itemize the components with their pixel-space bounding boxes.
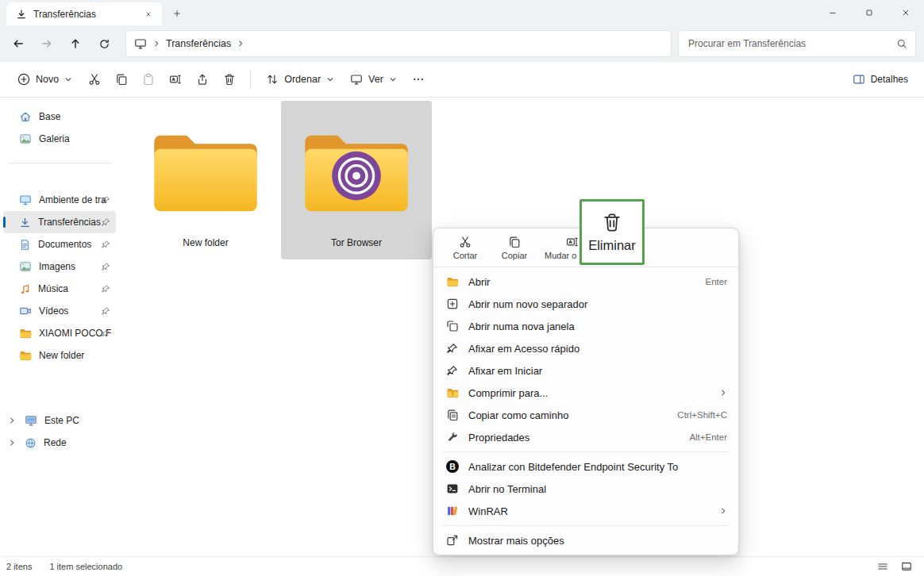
breadcrumb[interactable]: Transferências	[125, 30, 672, 57]
home-icon	[19, 110, 32, 123]
chevron-down-icon	[389, 75, 397, 83]
menu-item-shortcut: Ctrl+Shift+C	[677, 410, 727, 420]
details-view-icon[interactable]	[875, 559, 891, 574]
new-window-icon	[445, 320, 460, 332]
menu-item-abrir-no-terminal[interactable]: Abrir no Terminal	[437, 478, 735, 500]
gallery-icon	[19, 132, 32, 145]
tab-transferencias[interactable]: Transferências	[6, 2, 162, 25]
sort-button[interactable]: Ordenar	[259, 67, 341, 92]
file-tile-new-folder[interactable]: New folder	[130, 101, 281, 259]
pin-icon	[102, 329, 110, 338]
quick-action-cortar[interactable]: Cortar	[443, 236, 487, 260]
music-icon	[19, 283, 31, 295]
new-tab-button[interactable]	[167, 3, 187, 24]
sidebar-item-musica[interactable]: Música	[3, 278, 116, 300]
rename-button[interactable]	[163, 67, 188, 92]
tab-close-icon[interactable]	[141, 7, 156, 21]
sidebar-item-new-folder[interactable]: New folder	[3, 344, 116, 367]
sidebar-item-videos[interactable]: Vídeos	[3, 300, 116, 322]
back-button[interactable]	[5, 31, 32, 56]
quick-action-copiar[interactable]: Copiar	[492, 236, 537, 260]
forward-button[interactable]	[33, 31, 60, 56]
sidebar: Base Galeria Ambiente de tra	[0, 98, 119, 556]
toolbar-divider	[250, 71, 251, 88]
breadcrumb-location[interactable]: Transferências	[166, 38, 231, 49]
folder-icon	[445, 275, 460, 288]
paste-button[interactable]	[136, 67, 161, 92]
menu-item-label: Abrir numa nova janela	[468, 321, 727, 332]
refresh-button[interactable]	[90, 31, 117, 56]
up-button[interactable]	[62, 31, 89, 56]
sidebar-item-galeria[interactable]: Galeria	[3, 128, 116, 150]
command-toolbar: Novo Ordenar	[0, 62, 924, 98]
sidebar-item-base[interactable]: Base	[3, 106, 116, 128]
sidebar-item-rede[interactable]: Rede	[3, 432, 116, 454]
minimize-button[interactable]	[814, 0, 851, 25]
sidebar-item-documentos[interactable]: Documentos	[3, 233, 116, 255]
chevron-right-icon	[237, 40, 244, 48]
tor-browser-folder-icon	[297, 112, 416, 232]
new-button-label: Novo	[36, 74, 59, 85]
sidebar-item-label: Este PC	[44, 415, 79, 426]
quick-action-label: Cortar	[453, 251, 478, 260]
menu-item-abrir[interactable]: Abrir Enter	[437, 271, 735, 293]
sort-button-label: Ordenar	[284, 74, 321, 85]
details-button-label: Detalhes	[871, 74, 908, 85]
menu-item-abrir-nova-janela[interactable]: Abrir numa nova janela	[437, 315, 735, 337]
quick-action-eliminar[interactable]: Eliminar	[579, 199, 645, 265]
menu-separator	[443, 451, 729, 452]
close-button[interactable]	[887, 0, 924, 25]
sidebar-item-xiaomi-poco[interactable]: XIAOMI POCO F	[3, 322, 116, 344]
share-button[interactable]	[190, 67, 215, 92]
items-count: 2 itens	[6, 562, 32, 571]
sidebar-divider	[8, 163, 111, 163]
pin-icon	[102, 218, 110, 227]
large-icons-view-icon[interactable]	[899, 559, 914, 574]
search-icon	[896, 38, 907, 49]
menu-item-afixar-iniciar[interactable]: Afixar em Iniciar	[437, 359, 735, 382]
search-input[interactable]	[687, 37, 891, 50]
new-button[interactable]: Novo	[10, 67, 80, 92]
menu-item-afixar-acesso-rapido[interactable]: Afixar em Acesso rápido	[437, 337, 735, 359]
menu-item-bitdefender-scan[interactable]: B Analizar con Bitdefender Endpoint Secu…	[437, 455, 735, 478]
sidebar-item-label: Base	[39, 111, 60, 122]
sidebar-item-label: Música	[38, 283, 68, 294]
sidebar-item-transferencias[interactable]: Transferências	[3, 211, 116, 233]
menu-item-winrar[interactable]: WinRAR	[437, 500, 735, 522]
delete-button[interactable]	[217, 67, 242, 92]
sidebar-item-label: Vídeos	[39, 305, 68, 317]
sidebar-item-imagens[interactable]: Imagens	[3, 255, 116, 278]
navigation-bar: Transferências	[0, 25, 924, 62]
menu-item-label: Abrir num novo separador	[468, 298, 727, 310]
menu-item-comprimir-para[interactable]: Comprimir para...	[437, 382, 735, 404]
download-icon	[16, 9, 27, 20]
chevron-down-icon	[64, 75, 72, 83]
cut-button[interactable]	[82, 67, 107, 92]
menu-item-shortcut: Alt+Enter	[689, 432, 727, 442]
file-tile-tor-browser[interactable]: Tor Browser	[281, 101, 432, 259]
sidebar-item-label: Rede	[44, 437, 67, 448]
chevron-right-icon[interactable]	[6, 439, 17, 447]
menu-item-copiar-como-caminho[interactable]: Copiar como caminho Ctrl+Shift+C	[437, 404, 735, 426]
search-box[interactable]	[678, 30, 916, 57]
menu-item-label: Mostrar mais opções	[468, 535, 727, 547]
chevron-right-icon[interactable]	[6, 417, 17, 424]
copy-path-icon	[445, 409, 460, 421]
maximize-button[interactable]	[851, 0, 887, 25]
copy-button[interactable]	[109, 67, 134, 92]
folder-icon	[19, 327, 32, 340]
view-button[interactable]: Ver	[343, 67, 404, 92]
pin-icon	[445, 343, 460, 354]
menu-item-mostrar-mais-opcoes[interactable]: Mostrar mais opções	[437, 529, 735, 551]
plus-circle-icon	[17, 73, 30, 86]
sidebar-item-este-pc[interactable]: Este PC	[3, 409, 116, 432]
sidebar-item-label: Ambiente de tra	[39, 194, 106, 205]
more-options-icon[interactable]	[406, 67, 431, 92]
download-icon	[19, 217, 31, 228]
sidebar-item-ambiente-de-trabalho[interactable]: Ambiente de tra	[3, 189, 116, 211]
menu-item-label: Afixar em Acesso rápido	[468, 343, 727, 355]
menu-item-propriedades[interactable]: Propriedades Alt+Enter	[437, 426, 735, 448]
sidebar-item-label: Documentos	[38, 239, 91, 250]
menu-item-abrir-novo-separador[interactable]: Abrir num novo separador	[437, 293, 735, 315]
details-pane-button[interactable]: Detalhes	[846, 67, 914, 92]
